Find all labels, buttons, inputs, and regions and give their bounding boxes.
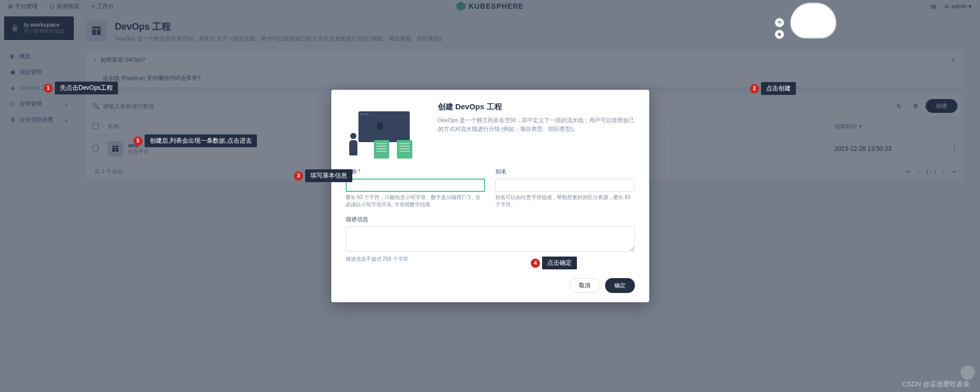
callout-badge: 4 (531, 259, 540, 268)
callout-4: 4 点击确定 (531, 257, 577, 269)
alias-hint: 别名可以由任意字符组成，帮助您更好的区分资源，最长 63 个字符。 (495, 194, 635, 208)
desc-textarea[interactable] (346, 226, 635, 252)
mascot-bubble-1: 中 (775, 18, 784, 27)
modal-desc: DevOps 是一个独立的命名空间，其中定义了一组的流水线；用户可以按照自己的方… (438, 116, 635, 133)
ok-button[interactable]: 确定 (605, 278, 635, 293)
mascot-bubble-2: ❀ (775, 30, 784, 39)
modal-illustration (346, 102, 428, 159)
desc-hint: 描述信息不超过 256 个字符 (346, 256, 635, 263)
mascot: 中 ❀ (775, 0, 836, 41)
name-label: 名称 * (346, 168, 485, 175)
callout-1: 1 先点击DevOps工程 (44, 82, 118, 94)
watermark: CSDN @孟德爱吃香菜 (902, 380, 970, 389)
desc-label: 描述信息 (346, 215, 635, 223)
alias-input[interactable] (495, 179, 635, 192)
callout-3: 3 填写基本信息 (294, 169, 352, 182)
callout-2: 2 点击创建 (750, 82, 796, 95)
callout-badge: 2 (750, 84, 759, 93)
create-devops-modal: 创建 DevOps 工程 DevOps 是一个独立的命名空间，其中定义了一组的流… (331, 90, 649, 302)
callout-2-text: 点击创建 (761, 82, 796, 95)
name-hint: 最长 63 个字符，只能包含小写字母、数字及分隔符("-")，且必须以小写字母开… (346, 194, 485, 208)
callout-badge: 5 (133, 136, 143, 146)
callout-5-text: 创建后,列表会出现一条数据,点击进去 (145, 134, 257, 147)
modal-overlay: 创建 DevOps 工程 DevOps 是一个独立的命名空间，其中定义了一组的流… (0, 0, 980, 392)
cancel-button[interactable]: 取消 (569, 278, 600, 293)
callout-badge: 1 (44, 84, 53, 93)
callout-badge: 3 (294, 171, 303, 181)
alias-label: 别名 (495, 168, 635, 175)
callout-1-text: 先点击DevOps工程 (55, 82, 118, 94)
name-input[interactable] (346, 179, 485, 192)
chat-fab[interactable] (961, 365, 975, 380)
callout-5: 5 创建后,列表会出现一条数据,点击进去 (133, 134, 257, 147)
modal-title: 创建 DevOps 工程 (438, 102, 635, 112)
callout-4-text: 点击确定 (542, 257, 577, 269)
callout-3-text: 填写基本信息 (305, 169, 352, 182)
